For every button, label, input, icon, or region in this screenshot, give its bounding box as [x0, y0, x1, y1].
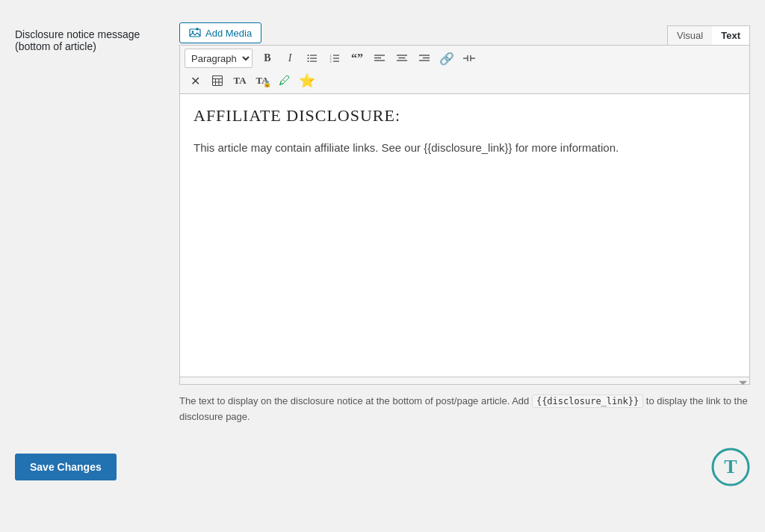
bold-button[interactable]: B: [257, 49, 278, 68]
align-left-button[interactable]: [369, 49, 390, 68]
align-right-button[interactable]: [414, 49, 435, 68]
svg-text:3.: 3.: [330, 60, 332, 64]
field-label: Disclosure notice message (bottom of art…: [15, 22, 164, 52]
text-bg-color-button[interactable]: TA🔒: [252, 71, 273, 90]
add-media-button[interactable]: Add Media: [179, 22, 261, 43]
editor-resize-handle[interactable]: ◢: [179, 377, 750, 385]
italic-button[interactable]: I: [279, 49, 300, 68]
blockquote-button[interactable]: “”: [347, 49, 368, 68]
paragraph-select[interactable]: Paragraph Heading 1 Heading 2 Heading 3: [185, 49, 253, 68]
editor-section: Add Media Visual Text Paragraph Heading …: [179, 22, 750, 425]
strikethrough-button[interactable]: ✕: [185, 71, 205, 90]
editor-content[interactable]: AFFILIATE DISCLOSURE: This article may c…: [179, 93, 750, 377]
add-media-icon: [189, 27, 201, 39]
tab-visual[interactable]: Visual: [668, 26, 712, 45]
save-changes-button[interactable]: Save Changes: [15, 454, 117, 480]
thirsty-affiliates-logo: T: [711, 448, 750, 486]
footer: Save Changes T: [15, 448, 750, 486]
ol-button[interactable]: 1.2.3.: [324, 49, 345, 68]
svg-point-7: [308, 55, 309, 56]
dropcap-button[interactable]: 🖊: [274, 71, 295, 90]
ul-button[interactable]: [302, 49, 323, 68]
link-button[interactable]: 🔗: [436, 49, 457, 68]
code-snippet: {{disclosure_link}}: [532, 395, 643, 408]
svg-point-8: [308, 58, 309, 59]
align-center-button[interactable]: [391, 49, 412, 68]
help-text: The text to display on the disclosure no…: [179, 394, 750, 425]
svg-text:T: T: [724, 456, 737, 477]
toolbar-row1: Paragraph Heading 1 Heading 2 Heading 3 …: [179, 45, 750, 93]
table-button[interactable]: [207, 71, 228, 90]
disclosure-body: This article may contain affiliate links…: [193, 139, 736, 157]
editor-tabs: Visual Text: [667, 25, 750, 45]
tab-text[interactable]: Text: [712, 26, 749, 45]
svg-point-9: [308, 61, 309, 62]
svg-rect-29: [213, 76, 223, 86]
disclosure-heading: AFFILIATE DISCLOSURE:: [193, 106, 736, 126]
star-button[interactable]: ⭐: [297, 71, 318, 90]
text-color-button[interactable]: TA: [229, 71, 250, 90]
more-button[interactable]: [459, 49, 480, 68]
